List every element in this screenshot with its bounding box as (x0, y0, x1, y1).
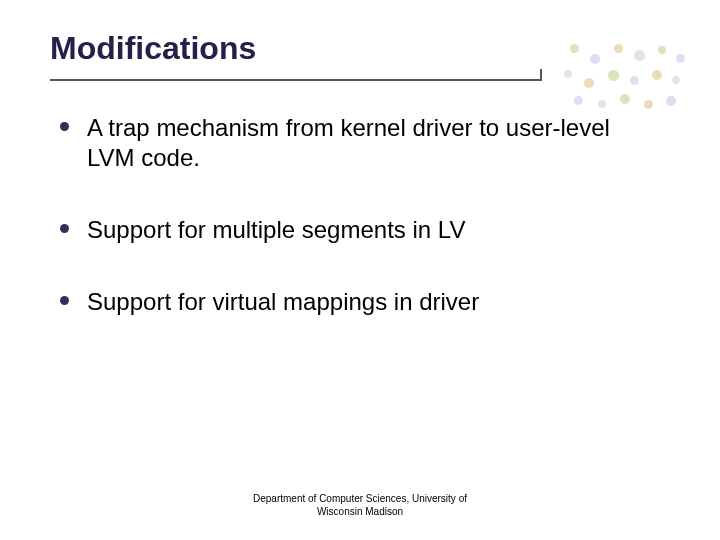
bullet-icon (60, 122, 69, 131)
bullet-icon (60, 296, 69, 305)
title-tick (540, 69, 542, 81)
bullet-text: A trap mechanism from kernel driver to u… (87, 113, 657, 173)
footer-line-1: Department of Computer Sciences, Univers… (0, 493, 720, 506)
bullet-text: Support for multiple segments in LV (87, 215, 465, 245)
deco-dot (598, 100, 606, 108)
slide: Modifications A trap mechanism from kern… (0, 0, 720, 540)
deco-dot (620, 94, 630, 104)
deco-dot (666, 96, 676, 106)
bullet-text: Support for virtual mappings in driver (87, 287, 479, 317)
list-item: Support for multiple segments in LV (60, 215, 670, 245)
deco-dot (676, 54, 685, 63)
deco-dot (574, 96, 583, 105)
title-wrap: Modifications (50, 30, 670, 81)
list-item: Support for virtual mappings in driver (60, 287, 670, 317)
bullet-list: A trap mechanism from kernel driver to u… (50, 113, 670, 317)
list-item: A trap mechanism from kernel driver to u… (60, 113, 670, 173)
footer-line-2: Wisconsin Madison (0, 506, 720, 519)
deco-dot (644, 100, 653, 109)
deco-dot (672, 76, 680, 84)
footer: Department of Computer Sciences, Univers… (0, 493, 720, 518)
title-underline (50, 79, 540, 81)
bullet-icon (60, 224, 69, 233)
page-title: Modifications (50, 30, 670, 81)
